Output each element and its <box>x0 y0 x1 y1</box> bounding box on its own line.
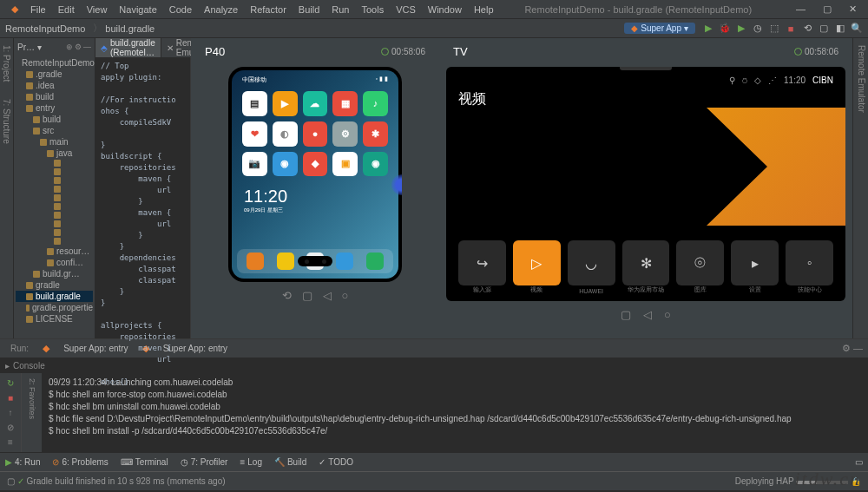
tree-node[interactable] <box>16 220 93 228</box>
tree-node[interactable]: build <box>16 114 93 125</box>
app-icon[interactable]: ◉ <box>273 152 298 177</box>
menu-view[interactable]: View <box>82 3 112 16</box>
tv-tile[interactable]: ◦技能中心 <box>786 240 833 285</box>
user-icon[interactable]: ⍥ <box>742 75 747 85</box>
tree-node[interactable]: confi… <box>16 257 93 268</box>
menu-file[interactable]: File <box>26 3 50 16</box>
app-icon[interactable]: ♪ <box>363 91 388 116</box>
search-icon[interactable]: ⚲ <box>729 75 735 85</box>
debug-button[interactable]: 🐞 <box>719 23 731 35</box>
attach-button[interactable]: ⬚ <box>768 23 780 35</box>
run-config-dropdown[interactable]: ◆ Super App ▾ <box>624 23 695 34</box>
rerun-icon[interactable]: ↻ <box>7 378 14 388</box>
breadcrumb-project[interactable]: RemoteInputDemo <box>5 23 90 34</box>
app-icon[interactable]: ◉ <box>363 152 388 177</box>
tree-node[interactable]: build.gr… <box>16 268 93 279</box>
profile-button[interactable]: ◷ <box>752 23 764 35</box>
project-dropdown[interactable]: Pr… ▾ <box>17 43 42 52</box>
menu-help[interactable]: Help <box>470 3 498 16</box>
menu-code[interactable]: Code <box>165 3 196 16</box>
app-icon[interactable]: ▣ <box>332 152 358 177</box>
phone-device[interactable]: 中国移动◦ ▮ ▮ ▤ ▶ ☁ ▦ ♪ ❤ ◐ ● ⚙ ✱ 📷 ◉ <box>228 67 402 282</box>
hide-icon[interactable]: — <box>83 43 91 51</box>
tv-tile[interactable]: ✻华为应用市场 <box>622 240 670 285</box>
project-tree[interactable]: RemoteInputDemo.gradle.ideabuildentrybui… <box>14 56 95 326</box>
tool-log[interactable]: ≡Log <box>240 457 262 467</box>
stop-icon[interactable]: ■ <box>8 393 13 403</box>
sdk-button[interactable]: ◧ <box>834 23 846 35</box>
tool-problems[interactable]: ⊘6: Problems <box>52 457 108 467</box>
menu-build[interactable]: Build <box>294 3 324 16</box>
sidebar-tab-project[interactable]: 1: Project <box>2 45 11 82</box>
breadcrumb-file[interactable]: build.gradle <box>105 23 155 34</box>
console-arrow-icon[interactable]: ▸ <box>5 361 10 371</box>
tv-tile[interactable]: ◡HUAWEI <box>568 240 615 285</box>
app-icon[interactable]: ❤ <box>242 121 267 147</box>
app-icon[interactable]: ▦ <box>332 91 358 116</box>
tool-terminal[interactable]: ⌨Terminal <box>121 457 168 467</box>
search-button[interactable]: 🔍 <box>851 23 863 35</box>
tv-square-icon[interactable]: ▢ <box>621 308 631 321</box>
tree-node[interactable] <box>16 185 93 194</box>
tree-node[interactable]: java <box>16 148 93 159</box>
run-button[interactable]: ▶ <box>702 23 714 35</box>
tree-node[interactable]: .gradle <box>16 69 93 80</box>
tree-node[interactable]: build.gradle <box>16 291 93 302</box>
rotate-icon[interactable]: ⟲ <box>282 289 292 302</box>
gear-icon[interactable]: ⚙ — <box>842 343 863 354</box>
app-icon[interactable]: ◆ <box>303 152 328 177</box>
app-icon[interactable]: ✱ <box>363 121 388 147</box>
tree-node[interactable]: entry <box>16 102 93 114</box>
tv-home-icon[interactable]: ○ <box>664 308 671 321</box>
menu-edit[interactable]: Edit <box>54 3 79 16</box>
minimize-icon[interactable]: — <box>792 2 810 16</box>
tool-profiler[interactable]: ◷7: Profiler <box>181 457 228 467</box>
code-area[interactable]: // Top apply plugin: //For instructio oh… <box>95 57 190 391</box>
tool-run[interactable]: ▶4: Run <box>5 457 40 467</box>
tool-todo[interactable]: ✓TODO <box>319 457 353 467</box>
tv-tile[interactable]: ▸设置 <box>731 240 779 285</box>
event-log-icon[interactable]: ▭ <box>855 457 863 467</box>
tree-node[interactable]: gradle <box>16 279 93 291</box>
tv-tile[interactable]: ↪输入源 <box>458 240 506 285</box>
filter-icon[interactable]: ≡ <box>8 437 13 447</box>
coverage-button[interactable]: ▶ <box>735 23 747 35</box>
tree-node[interactable] <box>16 228 93 237</box>
dock-icon[interactable] <box>336 253 353 270</box>
back-icon[interactable]: ◁ <box>323 289 332 302</box>
tree-node[interactable]: build <box>16 91 93 102</box>
tv-tile[interactable]: ⦾图库 <box>676 240 724 285</box>
tree-node[interactable] <box>16 167 93 176</box>
tree-node[interactable] <box>16 211 93 220</box>
tree-node[interactable]: main <box>16 136 93 148</box>
tv-tile[interactable]: ▷视频 <box>513 240 561 285</box>
console-tab[interactable]: Console <box>13 361 45 371</box>
tree-node[interactable] <box>16 194 93 202</box>
editor-tab-gradle[interactable]: ⬘build.gradle (RemoteI… <box>95 38 161 57</box>
notif-icon[interactable]: ◇ <box>754 75 761 85</box>
gear-icon[interactable]: ⚙ <box>75 43 82 51</box>
app-icon[interactable]: ● <box>303 121 328 147</box>
close-icon[interactable]: ✕ <box>845 2 861 16</box>
sidebar-tab-structure[interactable]: 7: Structure <box>2 99 11 144</box>
menu-navigate[interactable]: Navigate <box>115 3 161 16</box>
tree-node[interactable]: src <box>16 125 93 136</box>
tree-node[interactable]: .idea <box>16 80 93 91</box>
tool-build[interactable]: 🔨Build <box>274 457 306 467</box>
menu-analyze[interactable]: Analyze <box>200 3 242 16</box>
tree-node[interactable]: RemoteInputDemo <box>16 57 93 69</box>
maximize-icon[interactable]: ▢ <box>819 2 836 16</box>
tree-node[interactable] <box>16 202 93 211</box>
volume-icon[interactable]: ▢ <box>302 289 312 302</box>
tree-node[interactable] <box>16 159 93 167</box>
tv-device[interactable]: ⚲ ⍥ ◇ ⋰ 11:20 CIBN 视频 ↪输入源▷视频◡HUAWEI✻华为应… <box>446 67 845 301</box>
tree-node[interactable] <box>16 176 93 185</box>
sidebar-tab-remote[interactable]: Remote Emulator <box>857 45 866 113</box>
collapse-icon[interactable]: ⊕ <box>66 43 73 51</box>
menu-tools[interactable]: Tools <box>357 3 388 16</box>
menu-window[interactable]: Window <box>424 3 466 16</box>
home-icon[interactable]: ○ <box>342 289 349 302</box>
tree-node[interactable]: LICENSE <box>16 313 93 325</box>
dock-icon[interactable] <box>366 253 384 270</box>
tree-node[interactable]: gradle.propertie <box>16 302 93 313</box>
